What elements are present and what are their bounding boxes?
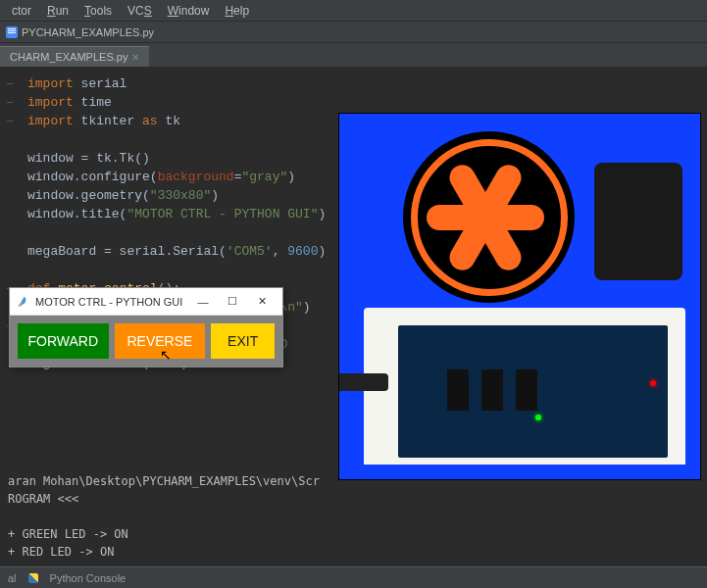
- menu-run[interactable]: Run: [39, 4, 76, 18]
- breadcrumb: PYCHARM_EXAMPLES.py: [0, 22, 707, 43]
- usb-cable: [339, 373, 388, 391]
- tkinter-titlebar[interactable]: MOTOR CTRL - PYTHON GUI — ☐ ✕: [10, 288, 282, 316]
- status-bar: al Python Console: [0, 566, 707, 588]
- forward-button[interactable]: FORWARD: [18, 323, 109, 359]
- minimize-button[interactable]: —: [188, 296, 218, 308]
- motor-body: [594, 163, 682, 280]
- breadcrumb-file[interactable]: PYCHARM_EXAMPLES.py: [22, 26, 154, 38]
- menu-refactor[interactable]: ctor: [4, 4, 39, 18]
- tab-label: CHARM_EXAMPLES.py: [10, 51, 127, 63]
- wheel: [403, 131, 575, 303]
- tkinter-icon: [16, 295, 29, 309]
- exit-button[interactable]: EXIT: [211, 323, 275, 359]
- console-line: + RED LED -> ON: [8, 543, 699, 561]
- green-led: [535, 415, 541, 420]
- tab-file[interactable]: CHARM_EXAMPLES.py ✕: [0, 46, 149, 67]
- red-led: [650, 380, 656, 386]
- python-icon: [28, 573, 38, 583]
- status-item[interactable]: al: [8, 572, 17, 584]
- maximize-button[interactable]: ☐: [218, 295, 247, 308]
- tkinter-body: FORWARD REVERSE↖ EXIT: [10, 316, 282, 367]
- close-icon[interactable]: ✕: [131, 52, 139, 63]
- reverse-button[interactable]: REVERSE↖: [115, 323, 206, 359]
- menu-tools[interactable]: Tools: [76, 4, 120, 18]
- tkinter-title: MOTOR CTRL - PYTHON GUI: [35, 296, 188, 308]
- arduino-shield: [398, 325, 668, 458]
- run-console[interactable]: aran Mohan\Desktop\PYCHARM_EXAMPLES\venv…: [0, 468, 707, 564]
- tkinter-window: MOTOR CTRL - PYTHON GUI — ☐ ✕ FORWARD RE…: [9, 287, 283, 368]
- menu-window[interactable]: Window: [160, 4, 218, 18]
- python-file-icon: [6, 26, 18, 38]
- mouse-cursor-icon: ↖: [160, 347, 172, 363]
- menu-vcs[interactable]: VCS: [120, 4, 160, 18]
- close-button[interactable]: ✕: [247, 295, 277, 308]
- main-menu-bar: ctor Run Tools VCS Window Help: [0, 0, 707, 22]
- console-line: + GREEN LED -> ON: [8, 525, 699, 543]
- python-console-tab[interactable]: Python Console: [50, 572, 126, 584]
- hardware-photo: [338, 113, 701, 480]
- console-line: ROGRAM <<<: [8, 490, 699, 508]
- menu-help[interactable]: Help: [217, 4, 257, 18]
- console-path: aran Mohan\Desktop\PYCHARM_EXAMPLES\venv…: [8, 472, 699, 490]
- editor-tab-bar: CHARM_EXAMPLES.py ✕: [0, 43, 707, 67]
